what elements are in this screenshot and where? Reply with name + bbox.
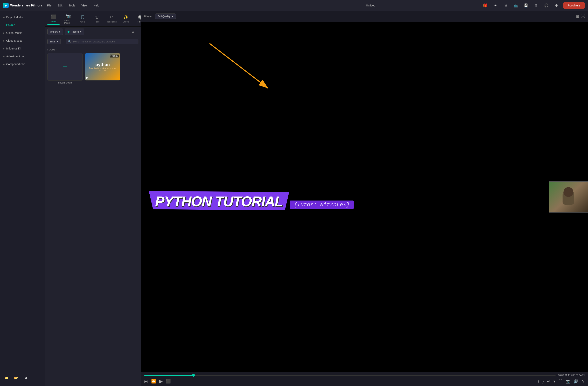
step-back-icon[interactable]: ⏮ — [144, 379, 148, 384]
add-media-icon: + — [63, 63, 67, 71]
video-canvas: PYTHON TUTORIAL {Tutor: NitroLex} — [141, 22, 588, 372]
search-input[interactable] — [73, 40, 136, 43]
mark-out-icon[interactable]: } — [542, 379, 544, 384]
menu-tools[interactable]: Tools — [69, 4, 75, 7]
menu-view[interactable]: View — [82, 4, 87, 7]
quality-value: Full Quality — [158, 15, 170, 18]
divider — [63, 40, 63, 44]
import-chevron-icon: ▾ — [59, 30, 60, 33]
menu-edit[interactable]: Edit — [58, 4, 63, 7]
search-row: Smart ▾ 🔍 — [45, 37, 141, 46]
tab-media[interactable]: ⬛ Media — [47, 13, 60, 25]
import-thumb-box[interactable]: + — [47, 53, 83, 80]
filter-icon[interactable]: ⚙ — [132, 30, 134, 34]
svg-line-1 — [210, 43, 268, 88]
webcam-overlay — [549, 181, 588, 212]
upload-icon[interactable]: ⬆ — [533, 2, 540, 9]
more-options-icon[interactable]: ⤡ — [582, 379, 585, 384]
video-duration: 00:00:12 — [110, 55, 119, 58]
import-media-item[interactable]: + Import Media — [47, 53, 83, 84]
quality-select[interactable]: Full Quality ▾ — [155, 14, 176, 19]
screen-icon[interactable]: 🖥 — [502, 2, 509, 9]
sidebar-label-cloud-media: Cloud Media — [6, 39, 22, 42]
search-box[interactable]: 🔍 — [66, 39, 138, 44]
left-sidebar: ▶ Project Media Folder ▶ Global Media ▶ … — [0, 11, 45, 386]
tab-titles[interactable]: T Titles — [90, 13, 104, 24]
progress-fill — [144, 375, 193, 376]
tab-transitions[interactable]: ↩ Transitions — [105, 13, 118, 24]
screenshot-icon[interactable]: 📷 — [566, 379, 570, 384]
stop-button[interactable]: ⬛ — [166, 379, 171, 384]
add-bin-icon[interactable]: 📂 — [13, 374, 20, 381]
tab-transitions-label: Transitions — [106, 20, 117, 23]
sidebar-item-global-media[interactable]: ▶ Global Media — [0, 29, 45, 37]
snapshot-icon[interactable]: 🖼 — [581, 14, 585, 19]
current-time-value: 00:00:01:17 — [558, 374, 570, 377]
tab-bar: ⬛ Media 📷 Stock Media 🎵 Audio T Titles ↩… — [45, 11, 141, 27]
menu-file[interactable]: File — [47, 4, 51, 7]
video-subtitle-text: {Tutor: NitroLex} — [294, 202, 350, 208]
toolbar-row: Import ▾ Record ▾ ⚙ ··· — [45, 27, 141, 37]
effects-icon: ✨ — [123, 15, 129, 20]
chevron-icon: ▶ — [3, 40, 5, 42]
tab-effects-label: Effects — [123, 20, 129, 23]
sidebar-item-project-media[interactable]: ▶ Project Media — [0, 13, 45, 21]
insert-chevron[interactable]: ▾ — [553, 379, 555, 384]
video-thumb-content: python Download the latest version for W… — [85, 62, 120, 72]
tab-stock-label: Stock Media — [64, 19, 72, 24]
menu-help[interactable]: Help — [94, 4, 99, 7]
save-icon[interactable]: 💾 — [522, 2, 529, 9]
app-logo: ▶ Wondershare Filmora — [3, 3, 42, 8]
audio-icon: 🎵 — [80, 15, 85, 20]
toolbar-right: 🎁 ✈ 🖥 📺 💾 ⬆ 🎧 ⚙ Purchase — [482, 2, 585, 9]
play-icon: ▶ — [86, 76, 88, 79]
sidebar-item-adjustment-layer[interactable]: ▶ Adjustment La... — [0, 52, 45, 60]
tab-audio[interactable]: 🎵 Audio — [76, 13, 89, 24]
sidebar-item-folder[interactable]: Folder — [0, 21, 45, 29]
progress-bar[interactable] — [144, 375, 556, 376]
smart-button[interactable]: Smart ▾ — [47, 39, 61, 44]
purchase-button[interactable]: Purchase — [563, 2, 585, 9]
player-label: Player — [144, 15, 152, 18]
tab-effects[interactable]: ✨ Effects — [119, 13, 133, 24]
frame-back-icon[interactable]: ⏪ — [151, 379, 156, 384]
sidebar-item-cloud-media[interactable]: ▶ Cloud Media — [0, 37, 45, 45]
media-tab-icon: ⬛ — [51, 15, 56, 19]
more-options-icon[interactable]: ··· — [136, 30, 138, 34]
fullscreen-icon[interactable]: ⛶ — [558, 379, 562, 384]
monitor-icon[interactable]: 📺 — [512, 2, 519, 9]
import-media-label: Import Media — [47, 81, 83, 84]
headphones-icon[interactable]: 🎧 — [543, 2, 550, 9]
tab-stock-media[interactable]: 📷 Stock Media — [61, 12, 75, 26]
sidebar-item-compound-clip[interactable]: ▶ Compound Clip — [0, 60, 45, 68]
sidebar-item-influence-kit[interactable]: ▶ Influence Kit — [0, 45, 45, 52]
insert-icon[interactable]: ↵ — [547, 379, 550, 384]
video-thumb-box[interactable]: python Download the latest version for W… — [85, 53, 120, 80]
gift-icon[interactable]: 🎁 — [482, 2, 489, 9]
play-button[interactable]: ▶ — [159, 379, 163, 384]
record-button[interactable]: Record ▾ — [65, 29, 84, 35]
mark-in-icon[interactable]: { — [538, 379, 539, 384]
import-button[interactable]: Import ▾ — [47, 29, 63, 35]
collapse-icon[interactable]: ◀ — [22, 374, 29, 381]
sidebar-label-adjustment: Adjustment La... — [6, 55, 26, 58]
send-icon[interactable]: ✈ — [492, 2, 499, 9]
new-folder-icon[interactable]: 📁 — [3, 374, 10, 381]
dual-view-icon[interactable]: ⊞ — [576, 14, 579, 19]
titles-icon: T — [96, 15, 99, 20]
menubar: ▶ Wondershare Filmora File Edit Tools Vi… — [0, 0, 588, 11]
menu-items: File Edit Tools View Help — [47, 4, 260, 7]
sidebar-label-global-media: Global Media — [6, 31, 22, 34]
sidebar-bottom: 📁 📂 ◀ — [0, 372, 45, 384]
canvas-bg: PYTHON TUTORIAL {Tutor: NitroLex} — [141, 22, 588, 372]
search-icon: 🔍 — [68, 40, 71, 43]
media-grid: + Import Media python Download the lates… — [47, 53, 138, 84]
record-label: Record — [71, 30, 79, 33]
progress-bar-container: 00:00:01:17 / 00:00:14:21 — [144, 374, 585, 377]
video-media-item[interactable]: python Download the latest version for W… — [85, 53, 120, 84]
grid-icon[interactable]: ⚙ — [553, 2, 560, 9]
volume-icon[interactable]: 🔊 — [573, 379, 578, 384]
app-name: Wondershare Filmora — [10, 4, 42, 7]
player-controls: 00:00:01:17 / 00:00:14:21 ⏮ ⏪ ▶ ⬛ { } ↵ … — [141, 372, 588, 386]
sidebar-label-project-media: Project Media — [6, 16, 23, 19]
